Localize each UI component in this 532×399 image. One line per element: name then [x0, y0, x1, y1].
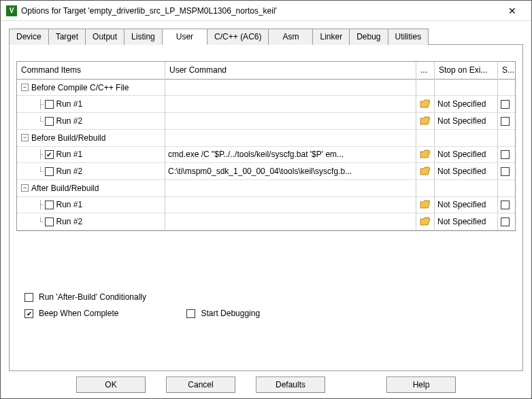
- folder-icon: [419, 200, 431, 210]
- tab-linker[interactable]: Linker: [312, 29, 350, 45]
- spawn-cell: [498, 80, 515, 97]
- checkbox-run2[interactable]: [45, 218, 54, 226]
- stop-dropdown[interactable]: Not Specified: [435, 163, 497, 180]
- col-command-items: Command Items − Before Compile C/C++ Fil…: [17, 62, 165, 230]
- tab-listing[interactable]: Listing: [124, 29, 163, 45]
- row-before-compile-run2[interactable]: └ Run #2: [17, 113, 165, 130]
- spawn-checkbox-cell: [498, 197, 515, 214]
- checkbox-run-after-build-cond[interactable]: [24, 293, 33, 302]
- minus-icon[interactable]: −: [21, 84, 29, 91]
- minus-icon[interactable]: −: [21, 134, 29, 141]
- row-before-build-run1[interactable]: ├ ✔ Run #1: [17, 147, 165, 164]
- tab-asm[interactable]: Asm: [268, 29, 313, 45]
- row-label: Run #1: [56, 150, 83, 159]
- section-label: After Build/Rebuild: [31, 184, 99, 193]
- row-after-build-run2[interactable]: └ Run #2: [17, 213, 165, 230]
- defaults-button[interactable]: Defaults: [256, 377, 325, 393]
- close-button[interactable]: ✕: [499, 1, 526, 20]
- col-browse: ...: [416, 62, 435, 230]
- checkbox-beep-when-complete[interactable]: ✔: [24, 309, 33, 318]
- section-after-build[interactable]: − After Build/Rebuild: [17, 180, 165, 197]
- section-before-build[interactable]: − Before Build/Rebuild: [17, 130, 165, 147]
- browse-button[interactable]: [416, 213, 434, 230]
- ok-button[interactable]: OK: [76, 377, 146, 393]
- stop-dropdown[interactable]: Not Specified: [435, 213, 497, 230]
- cmd-cell: [165, 130, 416, 147]
- tab-cpp[interactable]: C/C++ (AC6): [207, 29, 269, 45]
- row-label: Run #2: [56, 116, 83, 126]
- folder-icon: [419, 116, 431, 126]
- help-button[interactable]: Help: [386, 377, 456, 393]
- spawn-cell: [498, 130, 515, 147]
- cmd-input[interactable]: C:\ti\mspm0_sdk_1_00_00_04\tools\keil\sy…: [165, 163, 416, 180]
- cancel-button[interactable]: Cancel: [166, 377, 235, 393]
- tab-debug[interactable]: Debug: [349, 29, 388, 45]
- row-label: Run #1: [56, 99, 83, 109]
- hdr-command-items: Command Items: [17, 62, 165, 80]
- command-grid: Command Items − Before Compile C/C++ Fil…: [16, 61, 516, 231]
- col-stop-on-exit: Stop on Exi... Not Specified Not Specifi…: [435, 62, 498, 230]
- cmd-cell: [165, 180, 416, 197]
- checkbox-run2[interactable]: [45, 117, 54, 126]
- cmd-input[interactable]: [165, 96, 416, 113]
- browse-button[interactable]: [416, 113, 434, 130]
- row-before-compile-run1[interactable]: ├ Run #1: [17, 96, 165, 113]
- checkbox-run1[interactable]: [45, 201, 54, 209]
- tab-strip: Device Target Output Listing User C/C++ …: [9, 28, 523, 45]
- row-after-build-run1[interactable]: ├ Run #1: [17, 197, 165, 214]
- spawn-checkbox[interactable]: [501, 100, 510, 109]
- hdr-stop-on-exit: Stop on Exi...: [435, 62, 497, 80]
- stop-dropdown[interactable]: Not Specified: [435, 96, 497, 113]
- col-user-command: User Command cmd.exe /C "$P../../tools/k…: [165, 62, 416, 230]
- stop-dropdown[interactable]: Not Specified: [435, 197, 497, 214]
- folder-icon: [419, 167, 431, 177]
- checkbox-run1-checked[interactable]: ✔: [45, 150, 54, 159]
- row-label: Run #2: [56, 217, 83, 226]
- tab-target[interactable]: Target: [48, 29, 86, 45]
- titlebar: V Options for Target 'empty_driverlib_sr…: [1, 1, 531, 21]
- section-before-compile[interactable]: − Before Compile C/C++ File: [17, 80, 165, 97]
- cmd-input[interactable]: [165, 113, 416, 130]
- spawn-checkbox[interactable]: [501, 201, 510, 209]
- options-dialog: V Options for Target 'empty_driverlib_sr…: [0, 0, 532, 399]
- spawn-checkbox-cell: [498, 96, 515, 113]
- hdr-user-command: User Command: [165, 62, 416, 80]
- tab-utilities[interactable]: Utilities: [388, 29, 429, 45]
- cmd-input[interactable]: [165, 197, 416, 214]
- opt-row-second: ✔ Beep When Complete Start Debugging: [24, 309, 516, 318]
- spawn-checkbox[interactable]: [501, 218, 510, 226]
- tab-output[interactable]: Output: [85, 29, 124, 45]
- minus-icon[interactable]: −: [21, 184, 29, 192]
- opt-label: Run 'After-Build' Conditionally: [39, 292, 146, 302]
- section-label: Before Build/Rebuild: [31, 133, 105, 143]
- browse-button[interactable]: [416, 197, 434, 214]
- cmd-input[interactable]: cmd.exe /C "$P../../tools/keil/syscfg.ba…: [165, 147, 416, 164]
- opt-run-after-build-conditionally: Run 'After-Build' Conditionally: [24, 292, 516, 302]
- row-before-build-run2[interactable]: └ Run #2: [17, 163, 165, 180]
- checkbox-start-debugging[interactable]: [186, 309, 195, 318]
- spawn-checkbox[interactable]: [501, 117, 510, 126]
- checkbox-run2[interactable]: [45, 167, 54, 176]
- spawn-cell: [498, 180, 515, 197]
- browse-button[interactable]: [416, 96, 434, 113]
- stop-dropdown[interactable]: Not Specified: [435, 147, 497, 164]
- spawn-checkbox-cell: [498, 213, 515, 230]
- spawn-checkbox[interactable]: [501, 167, 510, 176]
- tree-line-icon: └: [37, 167, 44, 176]
- cmd-cell: [165, 80, 416, 97]
- folder-icon: [419, 217, 431, 227]
- section-label: Before Compile C/C++ File: [31, 83, 129, 92]
- window-title: Options for Target 'empty_driverlib_src_…: [21, 6, 499, 16]
- opt-label: Beep When Complete: [39, 309, 118, 318]
- stop-dropdown[interactable]: Not Specified: [435, 113, 497, 130]
- spawn-checkbox-cell: [498, 113, 515, 130]
- folder-icon: [419, 99, 431, 109]
- cmd-input[interactable]: [165, 213, 416, 230]
- tab-device[interactable]: Device: [9, 29, 49, 45]
- opt-label: Start Debugging: [201, 309, 260, 318]
- spawn-checkbox[interactable]: [501, 150, 510, 159]
- checkbox-run1[interactable]: [45, 100, 54, 109]
- browse-button[interactable]: [416, 147, 434, 164]
- tab-user[interactable]: User: [162, 29, 207, 45]
- browse-button[interactable]: [416, 163, 434, 180]
